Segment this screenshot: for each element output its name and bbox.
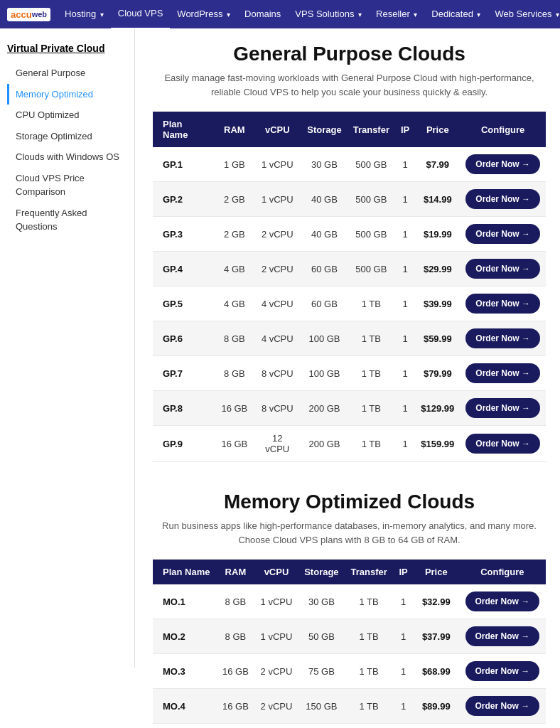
plan-name: MO.2 [153,619,217,654]
plan-ram: 16 GB [217,654,255,689]
col-price: Price [414,560,459,584]
nav-dedicated[interactable]: Dedicated ▾ [424,0,488,29]
plan-ip: 1 [395,287,415,321]
sidebar: Virtual Private Cloud General Purpose Me… [0,28,135,668]
nav-cloud-vps[interactable]: Cloud VPS [111,0,171,30]
plan-price: $59.99 [415,321,460,356]
order-now-button[interactable]: Order Now [465,626,540,646]
mo-title: Memory Optimized Clouds [153,491,546,513]
plan-ip: 1 [395,217,415,252]
sidebar-item-clouds-windows[interactable]: Clouds with Windows OS [7,146,127,168]
order-now-button[interactable]: Order Now [465,259,540,279]
plan-transfer: 500 GB [348,182,395,217]
plan-configure: Order Now [460,391,546,426]
plan-ram: 8 GB [215,356,253,391]
plan-name: MO.5 [153,724,217,729]
order-now-button[interactable]: Order Now [465,189,540,209]
order-now-button[interactable]: Order Now [465,328,540,348]
plan-name: MO.4 [153,689,217,724]
plan-ip: 1 [395,391,415,426]
sidebar-item-faq[interactable]: Frequently Asked Questions [7,203,127,237]
logo[interactable]: accuweb [7,8,50,21]
plan-configure: Order Now [459,724,546,729]
order-now-button[interactable]: Order Now [465,294,540,314]
plan-ram: 8 GB [217,619,255,654]
table-row: MO.4 16 GB 2 vCPU 150 GB 1 TB 1 $89.99 O… [153,689,546,724]
plan-name: MO.1 [153,584,217,619]
plan-configure: Order Now [459,619,546,654]
plan-configure: Order Now [460,182,546,217]
plan-name: GP.2 [153,182,215,217]
col-transfer: Transfer [345,560,393,584]
nav-vps-solutions[interactable]: VPS Solutions ▾ [288,0,369,29]
plan-price: $68.99 [414,654,459,689]
plan-ram: 2 GB [215,217,253,252]
sidebar-item-storage-optimized[interactable]: Storage Optimized [7,126,127,147]
plan-transfer: 500 GB [348,252,395,287]
plan-configure: Order Now [460,426,546,462]
plan-transfer: 1 TB [345,689,393,724]
plan-configure: Order Now [459,584,546,619]
plan-transfer: 1 TB [345,584,393,619]
plan-vcpu: 12 vCPU [253,426,301,462]
order-now-button[interactable]: Order Now [465,661,540,681]
plan-ram: 8 GB [215,321,253,356]
order-now-button[interactable]: Order Now [465,224,540,244]
sidebar-item-price-comparison[interactable]: Cloud VPS Price Comparison [7,168,127,203]
nav-wordpress[interactable]: WordPress ▾ [170,0,237,29]
order-now-button[interactable]: Order Now [465,592,540,611]
table-row: GP.7 8 GB 8 vCPU 100 GB 1 TB 1 $79.99 Or… [153,356,546,391]
plan-ip: 1 [393,654,414,689]
plan-ip: 1 [395,356,415,391]
main-content: General Purpose Clouds Easily manage fas… [135,28,560,728]
gp-table: Plan Name RAM vCPU Storage Transfer IP P… [153,112,546,462]
plan-name: GP.7 [153,356,215,391]
gp-title: General Purpose Clouds [153,43,546,65]
plan-storage: 200 GB [301,426,347,462]
plan-vcpu: 2 vCPU [254,689,298,724]
plan-price: $129.99 [415,391,460,426]
nav-domains[interactable]: Domains [237,0,288,28]
order-now-button[interactable]: Order Now [465,434,540,454]
col-ram: RAM [217,560,255,584]
order-now-button[interactable]: Order Now [465,154,540,174]
col-plan-name: Plan Name [153,560,217,584]
plan-vcpu: 2 vCPU [253,252,301,287]
plan-configure: Order Now [459,654,546,689]
order-now-button[interactable]: Order Now [465,696,540,716]
sidebar-item-general-purpose[interactable]: General Purpose [7,63,127,84]
plan-transfer: 500 GB [348,217,395,252]
order-now-button[interactable]: Order Now [465,363,540,383]
col-configure: Configure [460,112,546,147]
plan-configure: Order Now [460,287,546,321]
table-row: GP.5 4 GB 4 vCPU 60 GB 1 TB 1 $39.99 Ord… [153,287,546,321]
memory-optimized-section: Memory Optimized Clouds Run business app… [153,491,546,728]
plan-ram: 32 GB [217,724,255,729]
plan-transfer: 500 GB [348,147,395,182]
nav-hosting[interactable]: Hosting ▾ [58,0,111,29]
sidebar-item-cpu-optimized[interactable]: CPU Optimized [7,105,127,126]
table-row: MO.1 8 GB 1 vCPU 30 GB 1 TB 1 $32.99 Ord… [153,584,546,619]
plan-storage: 150 GB [298,724,345,729]
nav-reseller[interactable]: Reseller ▾ [369,0,424,29]
col-storage: Storage [298,560,345,584]
plan-vcpu: 4 vCPU [253,321,301,356]
plan-storage: 200 GB [301,391,347,426]
plan-ip: 1 [395,426,415,462]
plan-vcpu: 1 vCPU [253,182,301,217]
plan-ip: 1 [395,182,415,217]
mo-table-header: Plan Name RAM vCPU Storage Transfer IP P… [153,560,546,584]
nav-web-services[interactable]: Web Services ▾ [488,0,560,29]
plan-transfer: 1 TB [345,654,393,689]
plan-ip: 1 [395,252,415,287]
col-price: Price [415,112,460,147]
table-row: GP.1 1 GB 1 vCPU 30 GB 500 GB 1 $7.99 Or… [153,147,546,182]
plan-transfer: 1 TB [348,287,395,321]
sidebar-item-memory-optimized[interactable]: Memory Optimized [7,84,127,105]
order-now-button[interactable]: Order Now [465,398,540,418]
table-row: MO.5 32 GB 4 vCPU 150 GB 1 TB 1 $137.99 … [153,724,546,729]
plan-configure: Order Now [459,689,546,724]
plan-price: $19.99 [415,217,460,252]
table-row: GP.9 16 GB 12 vCPU 200 GB 1 TB 1 $159.99… [153,426,546,462]
plan-transfer: 1 TB [348,426,395,462]
